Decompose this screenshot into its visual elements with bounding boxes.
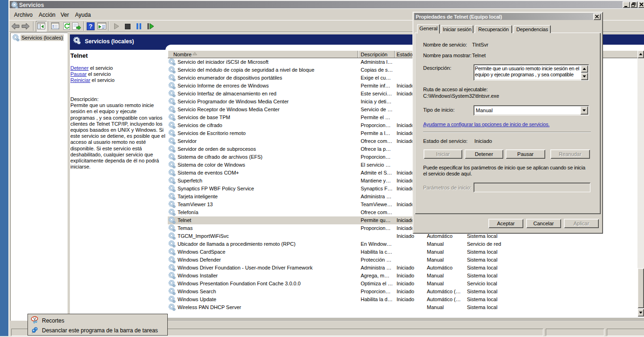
svg-text:?: ? [89, 23, 93, 30]
